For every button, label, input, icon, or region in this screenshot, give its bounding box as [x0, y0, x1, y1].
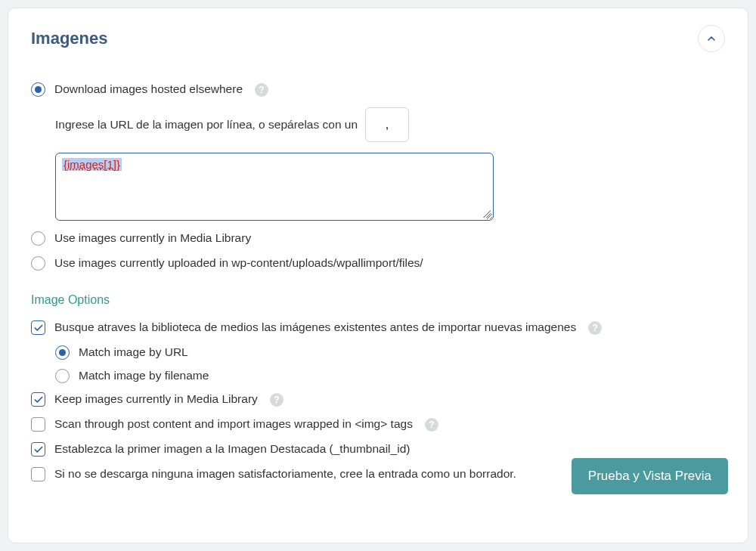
- images-panel: Imagenes Download images hosted elsewher…: [8, 8, 748, 543]
- check-icon: [33, 395, 44, 405]
- url-instruction-line: Ingrese la URL de la imagen por línea, o…: [55, 107, 725, 142]
- chevron-up-icon: [705, 33, 717, 45]
- radio-label: Download images hosted elsewhere: [54, 82, 243, 97]
- checkbox-input[interactable]: [31, 417, 45, 432]
- radio-label: Match image by URL: [79, 345, 188, 360]
- checkbox-label: Si no se descarga ninguna imagen satisfa…: [54, 467, 516, 481]
- checkbox-input[interactable]: [31, 392, 45, 407]
- radio-label: Match image by filename: [79, 369, 209, 383]
- help-icon[interactable]: ?: [270, 393, 284, 407]
- checkbox-row[interactable]: Busque atraves la biblioteca de medios l…: [31, 320, 725, 335]
- checkbox-label: Keep images currently in Media Library: [54, 392, 258, 407]
- option-search-existing: Busque atraves la biblioteca de medios l…: [31, 320, 725, 383]
- radio-label: Use images currently uploaded in wp-cont…: [54, 256, 423, 271]
- help-icon[interactable]: ?: [255, 83, 268, 97]
- radio-input[interactable]: [55, 345, 70, 360]
- radio-download-elsewhere[interactable]: Download images hosted elsewhere ?: [31, 82, 725, 97]
- preview-button[interactable]: Prueba y Vista Previa: [572, 458, 728, 494]
- radio-label: Use images currently in Media Library: [54, 231, 251, 246]
- radio-input[interactable]: [31, 82, 45, 97]
- checkbox-input[interactable]: [31, 442, 45, 457]
- download-subsection: Ingrese la URL de la imagen por línea, o…: [55, 107, 725, 221]
- checkbox-input[interactable]: [31, 467, 45, 481]
- radio-uploads-dir[interactable]: Use images currently uploaded in wp-cont…: [31, 256, 725, 271]
- help-icon[interactable]: ?: [588, 321, 602, 335]
- image-urls-textarea[interactable]: {images[1]}: [55, 153, 494, 221]
- check-icon: [33, 444, 44, 455]
- radio-input[interactable]: [31, 256, 45, 271]
- textarea-content: {images[1]}: [62, 158, 122, 171]
- collapse-button[interactable]: [698, 25, 725, 52]
- checkbox-keep-current[interactable]: Keep images currently in Media Library ?: [31, 392, 725, 407]
- radio-media-library[interactable]: Use images currently in Media Library: [31, 231, 725, 246]
- panel-title: Imagenes: [31, 29, 108, 48]
- checkbox-label: Busque atraves la biblioteca de medios l…: [54, 320, 576, 335]
- checkbox-input[interactable]: [31, 320, 45, 335]
- radio-input[interactable]: [55, 369, 70, 383]
- radio-match-url[interactable]: Match image by URL: [55, 345, 725, 360]
- help-icon[interactable]: ?: [425, 418, 438, 432]
- checkbox-set-featured[interactable]: Establezca la primer imagen a la Imagen …: [31, 442, 725, 457]
- separator-input[interactable]: [365, 107, 409, 142]
- url-instruction-text: Ingrese la URL de la imagen por línea, o…: [55, 118, 358, 132]
- match-options: Match image by URL Match image by filena…: [55, 345, 725, 383]
- checkbox-label: Scan through post content and import ima…: [54, 417, 413, 432]
- image-options-title: Image Options: [31, 293, 725, 307]
- radio-input[interactable]: [31, 231, 45, 246]
- checkbox-label: Establezca la primer imagen a la Imagen …: [54, 442, 410, 457]
- check-icon: [33, 323, 44, 333]
- checkbox-scan-img-tags[interactable]: Scan through post content and import ima…: [31, 417, 725, 432]
- panel-header: Imagenes: [31, 25, 725, 52]
- radio-match-filename[interactable]: Match image by filename: [55, 369, 725, 383]
